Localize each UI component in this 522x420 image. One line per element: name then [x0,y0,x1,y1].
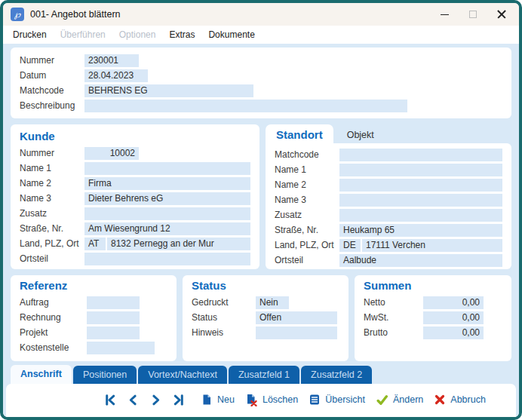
brutto-field: 0,00 [423,326,484,339]
mwst-field: 0,00 [423,311,484,324]
next-record-icon [149,394,162,406]
new-document-icon [201,394,213,406]
rechnung-field[interactable] [87,311,140,324]
summen-title: Summen [364,277,502,295]
loeschen-button[interactable]: Löschen [245,394,298,406]
standort-zusatz-field[interactable] [339,209,502,222]
cancel-x-icon [434,394,446,406]
auftrag-field[interactable] [87,296,140,309]
kostenstelle-label: Kostenstelle [20,342,87,353]
standort-ortsteil-field[interactable]: Aalbude [339,254,502,267]
menu-ueberfuehren: Überführen [54,27,112,42]
bottom-toolbar: Neu Löschen Übersicht Ändern [6,384,516,417]
aendern-label: Ändern [393,394,423,405]
rechnung-label: Rechnung [20,312,87,323]
previous-record-button[interactable] [125,392,140,407]
content-area: Nummer 230001 Datum 28.04.2023 Matchcode… [3,44,519,417]
standort-plz-ort-field[interactable]: 17111 Verchen [362,239,502,252]
first-record-icon [104,394,117,406]
summen-panel: Summen Netto 0,00 MwSt. 0,00 Brutto 0,00 [355,275,511,361]
referenz-title: Referenz [20,277,167,295]
hinweis-field[interactable] [256,326,337,339]
nummer-field[interactable]: 230001 [84,54,139,67]
tab-anschrift[interactable]: Anschrift [11,365,72,384]
standort-name1-label: Name 1 [275,164,339,175]
beschreibung-field[interactable] [84,100,407,112]
kunde-name2-field[interactable]: Firma [84,177,250,190]
standort-land-field[interactable]: DE [339,239,361,252]
standort-name2-field[interactable] [339,179,502,192]
close-icon [497,10,506,19]
uebersicht-button[interactable]: Übersicht [309,394,365,406]
kunde-land-field[interactable]: AT [84,238,106,250]
referenz-panel: Referenz Auftrag Rechnung Projekt Kosten… [11,275,177,361]
neu-button[interactable]: Neu [201,394,235,406]
first-record-button[interactable] [103,392,118,407]
standort-matchcode-field[interactable] [339,149,502,161]
kostenstelle-field[interactable] [87,342,155,354]
standort-name2-label: Name 2 [275,179,339,190]
maximize-icon [469,11,477,18]
projekt-field[interactable] [87,326,140,339]
status-title: Status [192,277,339,295]
auftrag-label: Auftrag [20,297,87,308]
status-field[interactable]: Offen [256,311,337,324]
last-record-button[interactable] [170,392,186,407]
brutto-label: Brutto [364,327,423,338]
standort-name3-label: Name 3 [275,195,339,205]
delete-document-icon [245,394,258,406]
loeschen-label: Löschen [263,394,298,405]
standort-zusatz-label: Zusatz [275,210,339,220]
kunde-nummer-field[interactable]: 10002 [84,147,139,160]
header-form-panel: Nummer 230001 Datum 28.04.2023 Matchcode… [11,48,511,118]
tab-zusatzfeld-2[interactable]: Zusatzfeld 2 [301,366,372,384]
status-field-label: Status [192,312,256,323]
aendern-button[interactable]: Ändern [376,394,423,406]
tab-positionen[interactable]: Positionen [73,366,137,384]
standort-strasse-field[interactable]: Heukamp 65 [339,224,502,237]
menu-drucken[interactable]: Drucken [6,27,54,42]
kunde-name3-label: Name 3 [20,193,84,204]
menu-dokumente[interactable]: Dokumente [201,27,261,42]
standort-strasse-label: Straße, Nr. [275,225,339,235]
kunde-title: Kunde [20,127,250,146]
gedruckt-field[interactable]: Nein [256,296,289,309]
netto-field: 0,00 [423,296,484,309]
standort-tabs: Standort Objekt [266,124,511,143]
next-record-button[interactable] [148,392,163,407]
minimize-button[interactable] [430,5,459,23]
abbruch-label: Abbruch [450,394,486,405]
neu-label: Neu [217,394,235,405]
kunde-name2-label: Name 2 [20,178,84,189]
uebersicht-label: Übersicht [325,394,365,405]
kunde-name1-field[interactable] [84,162,250,175]
maximize-button [459,5,487,23]
kunde-strasse-field[interactable]: Am Wiesengrund 12 [84,222,250,235]
tab-vortext-nachtext[interactable]: Vortext/Nachtext [138,366,227,384]
standort-name1-field[interactable] [339,164,502,176]
kunde-plz-ort-field[interactable]: 8132 Pernegg an der Mur [107,238,250,250]
menu-extras[interactable]: Extras [162,27,201,42]
tab-zusatzfeld-1[interactable]: Zusatzfeld 1 [229,366,299,384]
standort-name3-field[interactable] [339,194,502,207]
previous-record-icon [127,394,140,406]
abbruch-button[interactable]: Abbruch [434,394,486,406]
datum-label: Datum [20,70,84,81]
standort-section: Standort Objekt Matchcode Name 1 Name 2 [266,124,511,269]
close-button[interactable] [487,5,516,23]
checkmark-icon [376,394,388,406]
tab-standort[interactable]: Standort [266,124,333,143]
datum-field[interactable]: 28.04.2023 [84,69,148,82]
app-window: ℘ 001- Angebot blättern Drucken Überführ… [0,0,522,420]
netto-label: Netto [364,297,423,308]
kunde-zusatz-label: Zusatz [20,208,84,219]
kunde-nummer-label: Nummer [20,148,84,158]
standort-panel: Matchcode Name 1 Name 2 Name 3 [266,143,511,269]
kunde-zusatz-field[interactable] [84,207,250,220]
kunde-ortsteil-field[interactable] [84,253,250,265]
kunde-name3-field[interactable]: Dieter Behrens eG [84,192,250,205]
tab-objekt[interactable]: Objekt [333,127,388,143]
hinweis-label: Hinweis [192,327,256,338]
kunde-ortsteil-label: Ortsteil [20,253,84,264]
matchcode-field[interactable]: BEHRENS EG [84,84,253,97]
